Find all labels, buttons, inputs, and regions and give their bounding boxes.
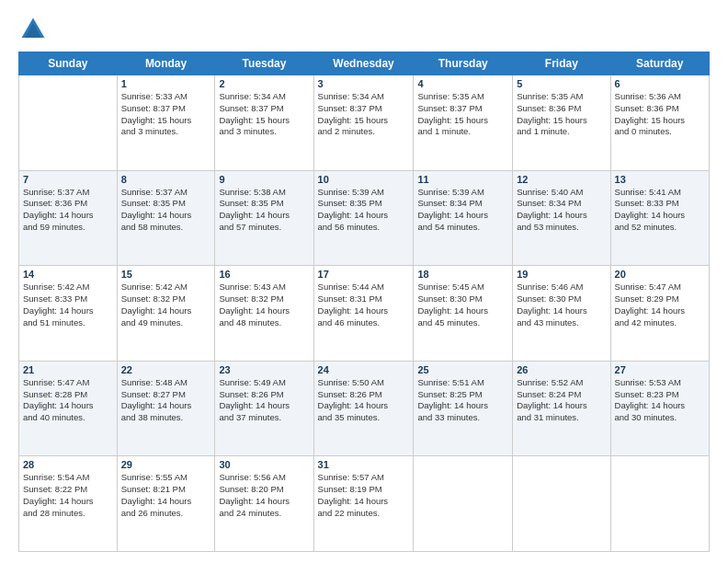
calendar-header-saturday: Saturday bbox=[610, 52, 709, 75]
calendar-cell: 20Sunrise: 5:47 AM Sunset: 8:29 PM Dayli… bbox=[610, 266, 709, 362]
calendar-cell: 27Sunrise: 5:53 AM Sunset: 8:23 PM Dayli… bbox=[610, 361, 709, 456]
day-number: 19 bbox=[517, 269, 606, 280]
day-info: Sunrise: 5:47 AM Sunset: 8:29 PM Dayligh… bbox=[615, 282, 705, 328]
day-info: Sunrise: 5:39 AM Sunset: 8:35 PM Dayligh… bbox=[318, 187, 410, 234]
calendar-cell: 14Sunrise: 5:42 AM Sunset: 8:33 PM Dayli… bbox=[19, 266, 118, 362]
calendar-table: SundayMondayTuesdayWednesdayThursdayFrid… bbox=[18, 52, 710, 552]
calendar-cell: 10Sunrise: 5:39 AM Sunset: 8:35 PM Dayli… bbox=[313, 170, 414, 266]
day-info: Sunrise: 5:53 AM Sunset: 8:23 PM Dayligh… bbox=[615, 377, 705, 424]
day-number: 13 bbox=[615, 174, 705, 185]
page: SundayMondayTuesdayWednesdayThursdayFrid… bbox=[0, 0, 728, 563]
day-number: 22 bbox=[121, 364, 211, 375]
day-info: Sunrise: 5:44 AM Sunset: 8:31 PM Dayligh… bbox=[318, 282, 410, 328]
calendar-header-thursday: Thursday bbox=[414, 52, 513, 75]
day-info: Sunrise: 5:40 AM Sunset: 8:34 PM Dayligh… bbox=[517, 187, 606, 234]
calendar-week-row: 1Sunrise: 5:33 AM Sunset: 8:37 PM Daylig… bbox=[19, 75, 710, 171]
calendar-cell: 7Sunrise: 5:37 AM Sunset: 8:36 PM Daylig… bbox=[19, 170, 118, 266]
calendar-header-wednesday: Wednesday bbox=[313, 52, 414, 75]
day-number: 3 bbox=[318, 78, 410, 89]
calendar-cell: 18Sunrise: 5:45 AM Sunset: 8:30 PM Dayli… bbox=[414, 266, 513, 362]
day-number: 25 bbox=[417, 364, 508, 375]
day-info: Sunrise: 5:56 AM Sunset: 8:20 PM Dayligh… bbox=[219, 472, 309, 519]
day-number: 24 bbox=[318, 364, 410, 375]
day-number: 18 bbox=[417, 269, 508, 280]
calendar-cell: 9Sunrise: 5:38 AM Sunset: 8:35 PM Daylig… bbox=[215, 170, 313, 266]
calendar-cell: 1Sunrise: 5:33 AM Sunset: 8:37 PM Daylig… bbox=[117, 75, 215, 171]
day-number: 20 bbox=[615, 269, 705, 280]
calendar-cell: 12Sunrise: 5:40 AM Sunset: 8:34 PM Dayli… bbox=[513, 170, 610, 266]
day-number: 15 bbox=[121, 269, 211, 280]
calendar-cell: 6Sunrise: 5:36 AM Sunset: 8:36 PM Daylig… bbox=[610, 75, 709, 171]
calendar-cell: 17Sunrise: 5:44 AM Sunset: 8:31 PM Dayli… bbox=[313, 266, 414, 362]
calendar-cell: 24Sunrise: 5:50 AM Sunset: 8:26 PM Dayli… bbox=[313, 361, 414, 456]
calendar-week-row: 7Sunrise: 5:37 AM Sunset: 8:36 PM Daylig… bbox=[19, 170, 710, 266]
day-info: Sunrise: 5:38 AM Sunset: 8:35 PM Dayligh… bbox=[219, 187, 309, 234]
day-info: Sunrise: 5:34 AM Sunset: 8:37 PM Dayligh… bbox=[219, 91, 309, 138]
day-number: 1 bbox=[121, 78, 211, 89]
day-info: Sunrise: 5:54 AM Sunset: 8:22 PM Dayligh… bbox=[23, 472, 113, 519]
day-number: 31 bbox=[318, 459, 410, 470]
day-info: Sunrise: 5:47 AM Sunset: 8:28 PM Dayligh… bbox=[23, 377, 113, 424]
day-info: Sunrise: 5:37 AM Sunset: 8:35 PM Dayligh… bbox=[121, 187, 211, 234]
calendar-cell: 23Sunrise: 5:49 AM Sunset: 8:26 PM Dayli… bbox=[215, 361, 313, 456]
header bbox=[18, 15, 710, 44]
calendar-week-row: 21Sunrise: 5:47 AM Sunset: 8:28 PM Dayli… bbox=[19, 361, 710, 456]
day-info: Sunrise: 5:35 AM Sunset: 8:36 PM Dayligh… bbox=[517, 91, 606, 138]
calendar-cell: 5Sunrise: 5:35 AM Sunset: 8:36 PM Daylig… bbox=[513, 75, 610, 171]
calendar-cell: 11Sunrise: 5:39 AM Sunset: 8:34 PM Dayli… bbox=[414, 170, 513, 266]
day-info: Sunrise: 5:46 AM Sunset: 8:30 PM Dayligh… bbox=[517, 282, 606, 328]
calendar-cell bbox=[610, 456, 709, 552]
calendar-cell: 19Sunrise: 5:46 AM Sunset: 8:30 PM Dayli… bbox=[513, 266, 610, 362]
calendar-cell: 29Sunrise: 5:55 AM Sunset: 8:21 PM Dayli… bbox=[117, 456, 215, 552]
day-info: Sunrise: 5:34 AM Sunset: 8:37 PM Dayligh… bbox=[318, 91, 410, 138]
calendar-cell: 21Sunrise: 5:47 AM Sunset: 8:28 PM Dayli… bbox=[19, 361, 118, 456]
calendar-week-row: 28Sunrise: 5:54 AM Sunset: 8:22 PM Dayli… bbox=[19, 456, 710, 552]
day-number: 8 bbox=[121, 174, 211, 185]
calendar-cell bbox=[19, 75, 118, 171]
calendar-cell: 30Sunrise: 5:56 AM Sunset: 8:20 PM Dayli… bbox=[215, 456, 313, 552]
logo-icon bbox=[18, 15, 48, 44]
day-number: 5 bbox=[517, 78, 606, 89]
calendar-cell: 13Sunrise: 5:41 AM Sunset: 8:33 PM Dayli… bbox=[610, 170, 709, 266]
day-info: Sunrise: 5:51 AM Sunset: 8:25 PM Dayligh… bbox=[417, 377, 508, 424]
calendar-week-row: 14Sunrise: 5:42 AM Sunset: 8:33 PM Dayli… bbox=[19, 266, 710, 362]
day-number: 12 bbox=[517, 174, 606, 185]
day-number: 29 bbox=[121, 459, 211, 470]
day-info: Sunrise: 5:50 AM Sunset: 8:26 PM Dayligh… bbox=[318, 377, 410, 424]
day-info: Sunrise: 5:45 AM Sunset: 8:30 PM Dayligh… bbox=[417, 282, 508, 328]
day-info: Sunrise: 5:43 AM Sunset: 8:32 PM Dayligh… bbox=[219, 282, 309, 328]
calendar-cell: 25Sunrise: 5:51 AM Sunset: 8:25 PM Dayli… bbox=[414, 361, 513, 456]
calendar-header-friday: Friday bbox=[513, 52, 610, 75]
day-number: 6 bbox=[615, 78, 705, 89]
day-number: 23 bbox=[219, 364, 309, 375]
day-number: 14 bbox=[23, 269, 113, 280]
day-info: Sunrise: 5:57 AM Sunset: 8:19 PM Dayligh… bbox=[318, 472, 410, 519]
day-info: Sunrise: 5:35 AM Sunset: 8:37 PM Dayligh… bbox=[417, 91, 508, 138]
calendar-cell bbox=[513, 456, 610, 552]
day-info: Sunrise: 5:39 AM Sunset: 8:34 PM Dayligh… bbox=[417, 187, 508, 234]
day-number: 16 bbox=[219, 269, 309, 280]
calendar-cell: 22Sunrise: 5:48 AM Sunset: 8:27 PM Dayli… bbox=[117, 361, 215, 456]
day-number: 4 bbox=[417, 78, 508, 89]
calendar-cell: 16Sunrise: 5:43 AM Sunset: 8:32 PM Dayli… bbox=[215, 266, 313, 362]
day-number: 27 bbox=[615, 364, 705, 375]
day-number: 26 bbox=[517, 364, 606, 375]
calendar-cell: 26Sunrise: 5:52 AM Sunset: 8:24 PM Dayli… bbox=[513, 361, 610, 456]
day-info: Sunrise: 5:36 AM Sunset: 8:36 PM Dayligh… bbox=[615, 91, 705, 138]
day-info: Sunrise: 5:55 AM Sunset: 8:21 PM Dayligh… bbox=[121, 472, 211, 519]
day-info: Sunrise: 5:49 AM Sunset: 8:26 PM Dayligh… bbox=[219, 377, 309, 424]
logo bbox=[18, 15, 51, 44]
day-number: 28 bbox=[23, 459, 113, 470]
calendar-header-monday: Monday bbox=[117, 52, 215, 75]
calendar-cell: 3Sunrise: 5:34 AM Sunset: 8:37 PM Daylig… bbox=[313, 75, 414, 171]
day-info: Sunrise: 5:48 AM Sunset: 8:27 PM Dayligh… bbox=[121, 377, 211, 424]
day-number: 10 bbox=[318, 174, 410, 185]
day-info: Sunrise: 5:42 AM Sunset: 8:32 PM Dayligh… bbox=[121, 282, 211, 328]
calendar-cell: 2Sunrise: 5:34 AM Sunset: 8:37 PM Daylig… bbox=[215, 75, 313, 171]
calendar-header-row: SundayMondayTuesdayWednesdayThursdayFrid… bbox=[19, 52, 710, 75]
calendar-cell bbox=[414, 456, 513, 552]
day-number: 11 bbox=[417, 174, 508, 185]
day-number: 30 bbox=[219, 459, 309, 470]
calendar-cell: 4Sunrise: 5:35 AM Sunset: 8:37 PM Daylig… bbox=[414, 75, 513, 171]
calendar-cell: 31Sunrise: 5:57 AM Sunset: 8:19 PM Dayli… bbox=[313, 456, 414, 552]
